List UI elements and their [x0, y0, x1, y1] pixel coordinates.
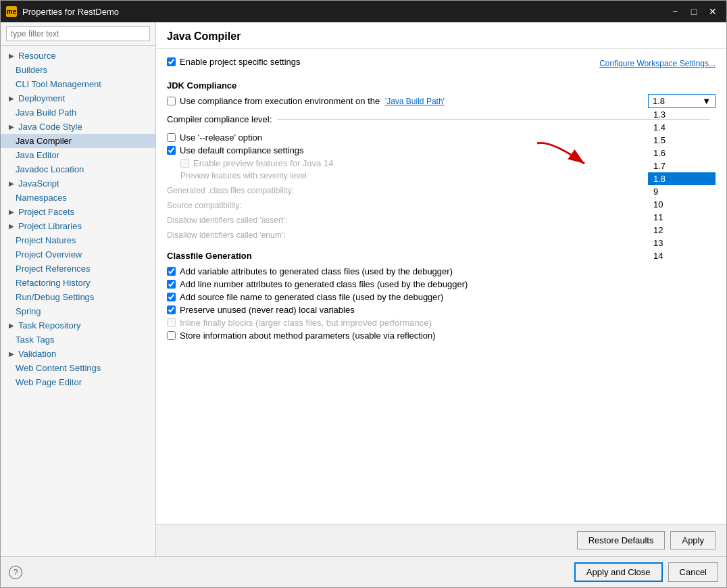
sidebar-item-validation[interactable]: ▶Validation — [1, 347, 155, 361]
sidebar-item-namespaces[interactable]: Namespaces — [1, 191, 155, 205]
sidebar-item-java-compiler[interactable]: Java Compiler — [1, 134, 155, 148]
add-variable-checkbox[interactable] — [167, 267, 176, 276]
use-default-label[interactable]: Use default compliance settings — [180, 145, 304, 155]
dropdown-item-1.3[interactable]: 1.3 — [648, 108, 716, 121]
add-variable-label[interactable]: Add variable attributes to generated cla… — [180, 266, 453, 276]
dropdown-item-1.6[interactable]: 1.6 — [648, 147, 716, 160]
cancel-button[interactable]: Cancel — [668, 562, 718, 582]
dropdown-item-14[interactable]: 14 — [648, 249, 716, 262]
compliance-level-label: Compiler compliance level: — [167, 114, 272, 124]
dropdown-item-1.7[interactable]: 1.7 — [648, 160, 716, 172]
dropdown-item-12[interactable]: 12 — [648, 224, 716, 237]
sidebar-item-web-page-editor[interactable]: Web Page Editor — [1, 375, 155, 389]
sidebar-item-label: Project Libraries — [18, 221, 82, 231]
dropdown-item-1.5[interactable]: 1.5 — [648, 134, 716, 147]
inline-finally-checkbox[interactable] — [167, 318, 176, 327]
close-button[interactable]: ✕ — [705, 3, 721, 20]
sidebar-item-label: Spring — [16, 306, 41, 316]
expand-arrow-icon: ▶ — [9, 123, 16, 130]
sidebar: ▶ResourceBuildersCLI Tool Management▶Dep… — [1, 22, 156, 556]
sidebar-item-java-code-style[interactable]: ▶Java Code Style — [1, 120, 155, 134]
sidebar-item-javadoc-location[interactable]: Javadoc Location — [1, 162, 155, 176]
expand-arrow-icon: ▶ — [9, 208, 16, 216]
dropdown-item-1.4[interactable]: 1.4 — [648, 121, 716, 134]
preview-severity-label: Preview features with severity level: — [180, 171, 370, 180]
source-compat-label: Source compatibility: — [167, 201, 356, 210]
apply-and-close-button[interactable]: Apply and Close — [574, 562, 663, 582]
sidebar-item-task-repository[interactable]: ▶Task Repository — [1, 318, 155, 333]
search-input[interactable] — [6, 26, 150, 41]
add-source-file-checkbox[interactable] — [167, 293, 176, 301]
disallow-assert-row: Disallow identifiers called 'assert': — [167, 216, 716, 225]
classfile-section-header: Classfile Generation — [167, 251, 716, 261]
maximize-button[interactable]: □ — [686, 3, 702, 20]
sidebar-item-deployment[interactable]: ▶Deployment — [1, 91, 155, 105]
sidebar-item-project-libraries[interactable]: ▶Project Libraries — [1, 219, 155, 233]
enable-preview-checkbox[interactable] — [180, 159, 189, 168]
app-icon: me — [6, 6, 17, 17]
expand-arrow-icon: ▶ — [9, 350, 16, 358]
add-line-number-label[interactable]: Add line number attributes to generated … — [180, 279, 468, 289]
apply-button[interactable]: Apply — [670, 531, 716, 549]
sidebar-item-spring[interactable]: Spring — [1, 304, 155, 318]
preserve-unused-row: Preserve unused (never read) local varia… — [167, 305, 716, 315]
preserve-unused-checkbox[interactable] — [167, 305, 176, 314]
sidebar-item-javascript[interactable]: ▶JavaScript — [1, 176, 155, 191]
store-info-label[interactable]: Store information about method parameter… — [180, 330, 436, 341]
use-release-checkbox[interactable] — [167, 133, 176, 142]
help-icon[interactable]: ? — [9, 566, 22, 579]
sidebar-item-project-natures[interactable]: Project Natures — [1, 233, 155, 247]
compliance-dropdown-trigger[interactable]: 1.8 ▼ — [648, 94, 716, 108]
titlebar: me Properties for RestDemo − □ ✕ — [1, 1, 726, 22]
disallow-enum-row: Disallow identifiers called 'enum': — [167, 230, 716, 240]
java-build-path-link[interactable]: 'Java Build Path' — [385, 97, 445, 106]
use-default-checkbox[interactable] — [167, 146, 176, 155]
expand-arrow-icon: ▶ — [9, 222, 16, 230]
sidebar-item-java-editor[interactable]: Java Editor — [1, 148, 155, 162]
enable-specific-label[interactable]: Enable project specific settings — [180, 57, 300, 67]
panel-footer: Restore Defaults Apply — [156, 524, 726, 556]
add-source-file-label[interactable]: Add source file name to generated class … — [180, 292, 443, 302]
use-release-row: Use '--release' option — [167, 132, 716, 143]
sidebar-item-cli-tool[interactable]: CLI Tool Management — [1, 77, 155, 91]
bottom-right: Apply and Close Cancel — [574, 562, 718, 582]
use-compliance-checkbox[interactable] — [167, 97, 176, 105]
sidebar-item-label: Task Repository — [18, 320, 80, 330]
use-release-label[interactable]: Use '--release' option — [180, 132, 262, 143]
use-compliance-label[interactable]: Use compliance from execution environmen… — [180, 96, 445, 106]
sidebar-item-label: Builders — [16, 65, 47, 75]
preserve-unused-label[interactable]: Preserve unused (never read) local varia… — [180, 305, 355, 315]
compliance-row: Compiler compliance level: — [167, 114, 716, 124]
sidebar-item-label: Project References — [16, 264, 91, 274]
add-line-number-checkbox[interactable] — [167, 280, 176, 289]
use-compliance-row: Use compliance from execution environmen… — [167, 96, 716, 106]
sidebar-item-project-overview[interactable]: Project Overview — [1, 247, 155, 262]
compliance-level-container: Compiler compliance level: 1.8 ▼ 1.31.41… — [167, 114, 716, 124]
sidebar-item-java-build-path[interactable]: Java Build Path — [1, 105, 155, 120]
sidebar-item-resource[interactable]: ▶Resource — [1, 49, 155, 63]
store-info-checkbox[interactable] — [167, 331, 176, 340]
sidebar-item-label: Run/Debug Settings — [16, 292, 94, 302]
dropdown-item-13[interactable]: 13 — [648, 237, 716, 249]
sidebar-item-label: CLI Tool Management — [16, 79, 101, 89]
dropdown-item-9[interactable]: 9 — [648, 185, 716, 198]
sidebar-item-refactoring-history[interactable]: Refactoring History — [1, 276, 155, 290]
sidebar-item-run-debug[interactable]: Run/Debug Settings — [1, 290, 155, 304]
minimize-button[interactable]: − — [667, 3, 683, 20]
sidebar-item-web-content-settings[interactable]: Web Content Settings — [1, 361, 155, 375]
sidebar-item-project-references[interactable]: Project References — [1, 262, 155, 276]
enable-specific-checkbox[interactable] — [167, 57, 176, 66]
add-line-number-row: Add line number attributes to generated … — [167, 279, 716, 289]
sidebar-item-label: Project Facets — [18, 207, 74, 217]
sidebar-item-project-facets[interactable]: ▶Project Facets — [1, 205, 155, 219]
dropdown-arrow-icon: ▼ — [702, 96, 711, 106]
dropdown-item-10[interactable]: 10 — [648, 198, 716, 211]
compliance-line — [277, 119, 710, 120]
dropdown-item-11[interactable]: 11 — [648, 211, 716, 224]
sidebar-item-task-tags[interactable]: Task Tags — [1, 333, 155, 347]
sidebar-item-builders[interactable]: Builders — [1, 63, 155, 77]
panel-title: Java Compiler — [167, 30, 716, 43]
dropdown-item-1.8[interactable]: 1.8 — [648, 172, 716, 185]
configure-workspace-link[interactable]: Configure Workspace Settings... — [599, 59, 716, 68]
restore-defaults-button[interactable]: Restore Defaults — [577, 531, 666, 549]
